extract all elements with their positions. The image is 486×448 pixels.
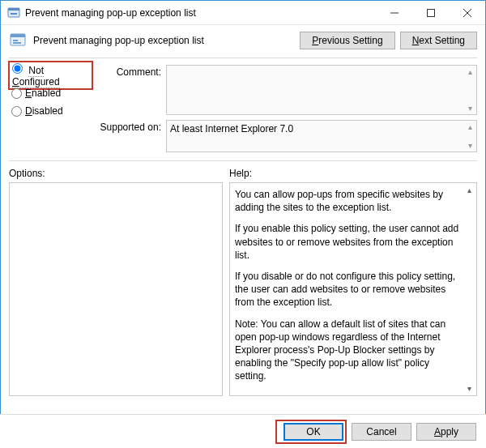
svg-rect-2: [11, 13, 17, 15]
cancel-button[interactable]: Cancel: [352, 423, 411, 441]
scroll-down-icon[interactable]: ▾: [463, 382, 476, 395]
svg-rect-7: [13, 42, 21, 44]
help-panel: You can allow pop-ups from specific webs…: [229, 182, 477, 396]
fields: Comment: ▴ ▾ Supported on: At least Inte…: [93, 65, 477, 157]
help-label: Help:: [229, 168, 477, 179]
close-button[interactable]: [449, 1, 485, 24]
radio-not-configured[interactable]: [12, 63, 23, 74]
help-scrollbar[interactable]: ▴ ▾: [463, 183, 476, 395]
ok-button[interactable]: OK: [284, 423, 343, 441]
help-paragraph: If you enable this policy setting, the u…: [235, 222, 460, 262]
maximize-button[interactable]: [412, 1, 449, 24]
apply-button[interactable]: Apply: [416, 423, 476, 441]
header-title: Prevent managing pop-up exception list: [33, 35, 295, 46]
lower-area: Options: Help: You can allow pop-ups fro…: [1, 161, 485, 396]
footer: OK Cancel Apply: [0, 414, 486, 448]
scroll-up-icon[interactable]: ▴: [463, 183, 476, 197]
radio-enabled[interactable]: [11, 88, 22, 99]
window-title: Prevent managing pop-up exception list: [25, 7, 376, 19]
svg-rect-1: [8, 8, 19, 11]
next-setting-button[interactable]: Next Setting: [400, 32, 477, 49]
policy-icon: [9, 32, 27, 49]
supported-scroll-up-icon[interactable]: ▴: [465, 122, 475, 132]
minimize-button[interactable]: [376, 1, 412, 24]
supported-on-value: At least Internet Explorer 7.0: [166, 120, 477, 152]
ok-highlight: OK: [275, 420, 347, 444]
help-paragraph: If you disable or do not configure this …: [235, 270, 460, 309]
radio-disabled-row[interactable]: Disabled: [9, 102, 93, 120]
comment-scroll-up-icon[interactable]: ▴: [465, 66, 475, 77]
title-bar: Prevent managing pop-up exception list: [1, 1, 485, 25]
radio-not-configured-row[interactable]: Not Configured: [9, 66, 93, 84]
radio-enabled-label: Enabled: [25, 87, 61, 99]
config-area: Not Configured Enabled Disabled Comment:…: [1, 58, 485, 160]
previous-setting-button[interactable]: Previous Setting: [300, 32, 394, 49]
app-icon: [7, 6, 20, 19]
comment-textarea[interactable]: [166, 65, 477, 115]
help-paragraph: You can allow pop-ups from specific webs…: [235, 188, 460, 214]
options-label: Options:: [9, 168, 223, 179]
comment-label: Comment:: [93, 65, 166, 115]
help-paragraph: Note: You can allow a default list of si…: [235, 318, 460, 383]
svg-rect-3: [427, 9, 434, 16]
radio-disabled[interactable]: [11, 106, 22, 117]
header: Prevent managing pop-up exception list P…: [1, 25, 485, 58]
supported-scroll-down-icon[interactable]: ▾: [465, 140, 475, 151]
options-panel: [9, 182, 223, 396]
state-radio-group: Not Configured Enabled Disabled: [9, 65, 93, 157]
window-controls: [376, 1, 485, 24]
radio-disabled-label: Disabled: [25, 105, 63, 117]
supported-on-label: Supported on:: [93, 120, 166, 152]
svg-rect-6: [13, 40, 18, 41]
comment-scroll-down-icon[interactable]: ▾: [465, 103, 475, 113]
svg-rect-5: [11, 34, 25, 37]
